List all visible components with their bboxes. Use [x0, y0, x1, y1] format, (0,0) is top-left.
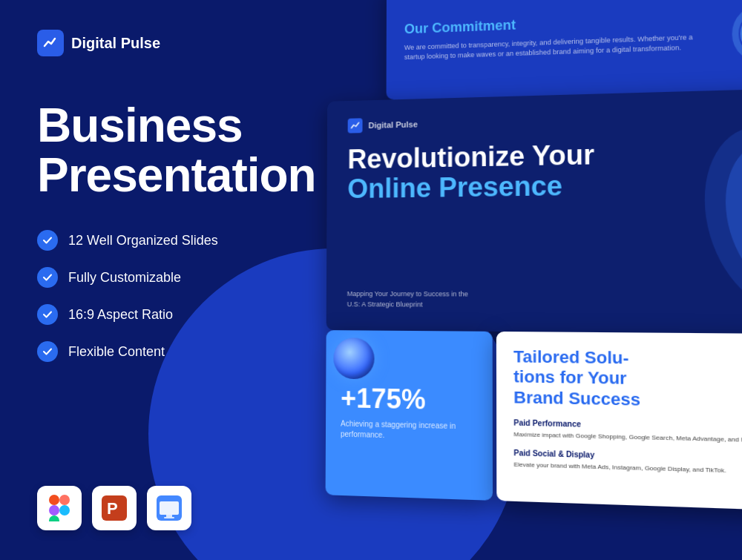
keynote-icon	[157, 495, 182, 521]
main-brand: Digital Pulse	[348, 108, 742, 134]
globe-icon	[333, 337, 374, 379]
service-item-1: Paid Performance Maximize impact with Go…	[513, 417, 742, 447]
wave-decoration	[666, 128, 742, 302]
check-icon-3	[37, 304, 58, 325]
keynote-icon-box[interactable]	[147, 486, 191, 530]
powerpoint-icon-box[interactable]: P	[92, 486, 137, 530]
brand-name: Digital Pulse	[71, 35, 160, 52]
feature-item: 16:9 Aspect Ratio	[37, 304, 282, 325]
check-icon-4	[37, 341, 58, 362]
svg-rect-9	[166, 515, 172, 517]
tool-icons-row: P	[37, 471, 282, 530]
check-icon-1	[37, 230, 58, 251]
svg-text:P: P	[107, 499, 118, 518]
brand-logo-icon	[43, 36, 58, 50]
slide-commitment: Our Commitment We are committed to trans…	[387, 0, 742, 100]
figma-icon	[49, 495, 70, 521]
right-panel: Our Commitment We are committed to trans…	[312, 0, 742, 560]
brand-header: Digital Pulse	[37, 30, 282, 56]
main-subtitle: Mapping Your Journey to Success in the U…	[347, 289, 483, 310]
slide-services: Tailored Solu- tions for Your Brand Succ…	[496, 332, 742, 512]
main-visual	[666, 128, 742, 302]
service-item-2: Paid Social & Display Elevate your brand…	[513, 447, 742, 478]
svg-rect-0	[49, 495, 59, 505]
stats-number: +175%	[341, 383, 477, 417]
stats-label: Achieving a staggering increase in perfo…	[341, 418, 477, 443]
powerpoint-icon: P	[102, 495, 127, 521]
content-wrapper: Digital Pulse Business Presentation 12 W…	[0, 0, 742, 560]
commitment-decoration	[726, 0, 742, 69]
features-list: 12 Well Organized Slides Fully Customiza…	[37, 230, 282, 378]
commitment-text: Our Commitment We are committed to trans…	[404, 9, 711, 62]
check-icon-2	[37, 267, 58, 288]
commitment-visual	[726, 0, 742, 61]
feature-item: Flexible Content	[37, 341, 282, 362]
slide-stats: +175% Achieving a staggering increase in…	[326, 330, 493, 501]
services-body: Paid Performance Maximize impact with Go…	[513, 417, 742, 478]
figma-icon-box[interactable]	[37, 486, 82, 530]
svg-rect-8	[160, 501, 179, 515]
services-title: Tailored Solu- tions for Your Brand Succ…	[513, 347, 742, 414]
brand-icon	[37, 30, 64, 56]
slide-main: Digital Pulse Revolutionize Your Online …	[326, 88, 742, 334]
main-brand-name: Digital Pulse	[368, 119, 417, 130]
svg-rect-10	[164, 517, 174, 518]
slides-container: Our Commitment We are committed to trans…	[325, 0, 742, 560]
main-brand-icon	[348, 118, 363, 133]
svg-rect-1	[59, 495, 70, 505]
svg-rect-2	[49, 505, 59, 515]
feature-item: 12 Well Organized Slides	[37, 230, 282, 251]
commitment-body: We are committed to transparency, integr…	[404, 32, 711, 63]
svg-point-4	[59, 505, 70, 515]
stats-visual	[333, 337, 378, 383]
svg-rect-3	[49, 515, 59, 521]
left-panel: Digital Pulse Business Presentation 12 W…	[0, 0, 312, 560]
feature-item: Fully Customizable	[37, 267, 282, 288]
hero-title: Business Presentation	[37, 101, 282, 200]
